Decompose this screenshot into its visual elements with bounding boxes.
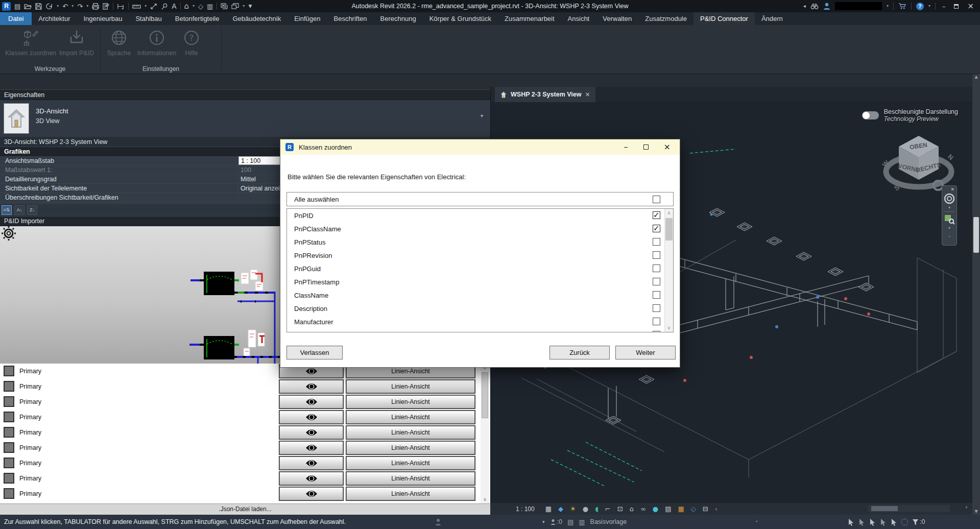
search-binoculars-icon[interactable]	[810, 3, 819, 10]
redo-icon[interactable]: ↷	[77, 3, 83, 10]
close-button[interactable]: ×	[965, 3, 976, 10]
checklist-scrollbar[interactable]: ∧ ∨	[664, 209, 673, 332]
text-icon[interactable]: A	[172, 2, 176, 10]
property-checkbox[interactable]	[653, 225, 660, 232]
view-style-button[interactable]: Linien-Ansicht	[346, 395, 475, 408]
view-control-icon[interactable]: ●	[583, 505, 588, 513]
language-button[interactable]: Sprache	[106, 29, 132, 57]
property-checklist-item[interactable]: ModelNumber	[287, 328, 673, 332]
view-control-icon[interactable]: ☀	[570, 505, 576, 513]
restore-button[interactable]	[952, 3, 961, 10]
scrollbar-thumb[interactable]	[665, 218, 673, 241]
view-control-icon[interactable]: ▤	[665, 505, 671, 513]
mapping-table-row[interactable]: Primary Linien-Ansicht	[0, 379, 490, 394]
ribbon-tab[interactable]: Ansicht	[561, 12, 596, 25]
view-control-icon[interactable]: ⊡	[617, 505, 623, 513]
collapse-search-icon[interactable]: ◂	[803, 4, 806, 9]
visibility-eye-button[interactable]	[279, 456, 343, 470]
ribbon-tab[interactable]: Körper & Grundstück	[423, 12, 498, 25]
back-button[interactable]: Zurück	[549, 346, 610, 359]
default-view-home-icon[interactable]: ⌂	[184, 3, 189, 10]
zoom-dropdown-icon[interactable]: ▾	[942, 226, 957, 230]
section-marker-icon[interactable]: ◇	[198, 3, 203, 10]
navigation-bar[interactable]: ✕ ▾ ▾ ⌄	[942, 185, 957, 246]
view-control-icon[interactable]: ●	[653, 505, 658, 513]
home-dropdown-icon[interactable]: ▾	[193, 4, 195, 8]
view-tab[interactable]: WSHP 2-3 System View ×	[495, 87, 595, 102]
color-swatch[interactable]	[4, 442, 14, 453]
color-swatch[interactable]	[4, 366, 14, 376]
information-button[interactable]: Informationen	[135, 29, 178, 57]
view-control-icon[interactable]: ◇	[691, 505, 696, 513]
view-control-icon[interactable]: ⌐	[605, 505, 611, 513]
account-name-redacted[interactable]	[835, 2, 882, 10]
navbar-close-icon[interactable]: ✕	[942, 186, 957, 192]
zoom-icon[interactable]	[943, 213, 955, 225]
undo-icon[interactable]: ↶	[62, 3, 68, 10]
pid-settings-gear-icon[interactable]	[2, 226, 16, 241]
table-scrollbar[interactable]: ∧ ∨	[481, 364, 489, 503]
view-control-icon[interactable]: ‹	[715, 505, 718, 513]
color-swatch[interactable]	[4, 473, 14, 484]
property-checklist-item[interactable]: PnPID	[287, 209, 673, 222]
select-links-icon[interactable]	[848, 518, 854, 526]
property-checkbox[interactable]	[653, 264, 660, 272]
close-inactive-windows-icon[interactable]	[221, 3, 228, 9]
active-workset-dropdown[interactable]: Basisvorlage ⌄	[590, 518, 759, 525]
property-checklist-item[interactable]: PnPStatus	[287, 235, 673, 249]
view-control-icon[interactable]: ▦	[678, 505, 684, 513]
map-classes-button[interactable]: Klassen zuordnen	[5, 29, 56, 57]
open-icon[interactable]	[24, 3, 32, 10]
scroll-up-icon[interactable]: ▲	[972, 75, 980, 79]
scroll-down-icon[interactable]: ∨	[481, 495, 489, 503]
ribbon-tab[interactable]: Stahlbau	[129, 12, 168, 25]
sync-icon[interactable]	[45, 3, 53, 10]
view-control-icon[interactable]: ◆	[558, 505, 563, 513]
view-style-button[interactable]: Linien-Ansicht	[346, 441, 475, 454]
property-checkbox[interactable]	[653, 318, 660, 325]
sort-ascending-button[interactable]: A↓	[14, 205, 25, 215]
next-button[interactable]: Weiter	[615, 346, 676, 359]
property-checkbox[interactable]	[653, 291, 660, 299]
color-swatch[interactable]	[4, 488, 14, 499]
edit-sheet-icon[interactable]	[103, 3, 109, 10]
ribbon-tab[interactable]: Zusammenarbeit	[498, 12, 561, 25]
view-style-button[interactable]: Linien-Ansicht	[346, 380, 475, 393]
close-view-icon[interactable]: ×	[585, 91, 590, 98]
view-style-button[interactable]: Linien-Ansicht	[346, 456, 475, 470]
scroll-up-icon[interactable]: ∧	[665, 209, 673, 217]
view-control-icon[interactable]: ⊟	[703, 505, 708, 513]
color-swatch[interactable]	[4, 412, 14, 422]
view-control-icon[interactable]: ▦	[545, 505, 552, 513]
background-processes-icon[interactable]	[901, 519, 908, 525]
view-style-button[interactable]: Linien-Ansicht	[346, 472, 475, 485]
worksets-dialog-icon[interactable]: ▤	[567, 519, 573, 525]
ribbon-tab[interactable]: P&ID Connector	[694, 12, 755, 25]
scrollbar-thumb[interactable]	[973, 217, 979, 253]
minimize-button[interactable]: –	[940, 3, 948, 10]
account-icon[interactable]	[823, 3, 830, 10]
color-swatch[interactable]	[4, 427, 14, 438]
scrollbar-thumb[interactable]	[482, 372, 488, 418]
property-checklist-item[interactable]: PnPClassName	[287, 222, 673, 235]
visibility-eye-button[interactable]	[279, 487, 343, 500]
property-checklist-item[interactable]: Manufacturer	[287, 315, 673, 328]
help-ribbon-button[interactable]: ? Hilfe	[181, 29, 202, 57]
view-style-button[interactable]: Linien-Ansicht	[346, 426, 475, 439]
customize-qat-icon[interactable]: ▼	[248, 4, 252, 9]
property-checkbox[interactable]	[653, 278, 660, 285]
scroll-down-icon[interactable]: ∨	[665, 324, 673, 332]
type-selector[interactable]: 3D-Ansicht 3D View ▾	[0, 100, 490, 137]
color-swatch[interactable]	[4, 458, 14, 468]
print-icon[interactable]	[92, 3, 99, 10]
aligned-dimension-icon[interactable]	[150, 3, 157, 10]
select-all-checkbox[interactable]	[653, 196, 660, 203]
property-checkbox[interactable]	[653, 238, 660, 246]
visibility-eye-button[interactable]	[279, 411, 343, 424]
ribbon-tab[interactable]: Berechnung	[374, 12, 423, 25]
help-dropdown-icon[interactable]: ▾	[928, 4, 930, 8]
property-checklist-item[interactable]: ClassName	[287, 288, 673, 302]
property-checklist-item[interactable]: PnPRevision	[287, 249, 673, 262]
view-scale-button[interactable]: 1 : 100	[516, 506, 535, 513]
thin-lines-icon[interactable]: ▥	[207, 3, 213, 10]
